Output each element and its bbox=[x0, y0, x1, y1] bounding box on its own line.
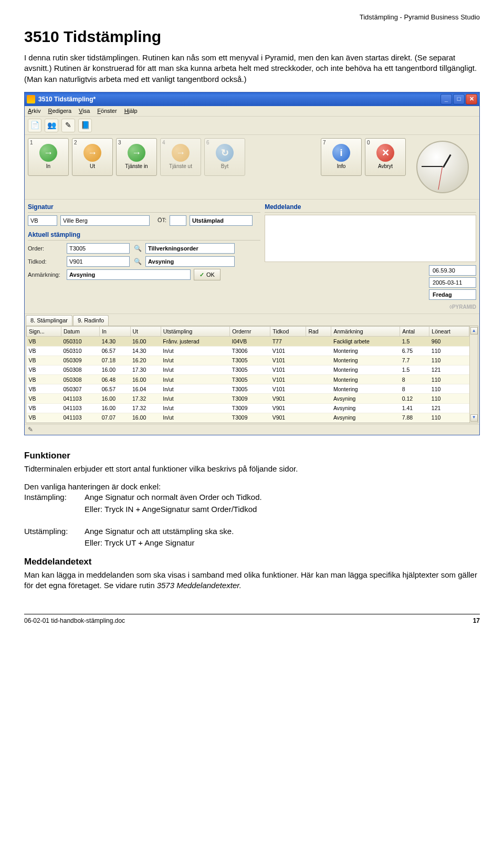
page-number: 17 bbox=[473, 616, 480, 625]
clock bbox=[409, 138, 476, 196]
app-icon bbox=[27, 95, 35, 103]
close-button[interactable]: ✕ bbox=[466, 94, 477, 104]
toolbar-edit-icon[interactable]: ✎ bbox=[61, 119, 75, 132]
table-row[interactable]: VB04110316.0017.32In/utT3009V901Avsyning… bbox=[27, 394, 469, 403]
functions-paragraph: Tidterminalen erbjuder ett stort antal f… bbox=[24, 464, 480, 474]
toolbar-user-icon[interactable]: 👥 bbox=[45, 119, 58, 132]
instamp-label: Instämpling: bbox=[24, 492, 85, 503]
byt-button[interactable]: ↻ Byt bbox=[204, 138, 245, 176]
instamp-text2: Eller: Tryck IN + AngeSignatur samt Orde… bbox=[85, 504, 257, 515]
toolbar-book-icon[interactable]: 📘 bbox=[78, 119, 92, 132]
tidkod-desc bbox=[145, 256, 235, 267]
menu-arkiv[interactable]: Arkiv bbox=[28, 107, 40, 115]
table-row[interactable]: VB04110316.0017.32In/utT3009V901Avsyning… bbox=[27, 403, 469, 413]
table-row[interactable]: VB05030806.4816.00In/utT3005V101Monterin… bbox=[27, 375, 469, 384]
table-row[interactable]: VB05030706.5716.04In/utT3005V101Monterin… bbox=[27, 384, 469, 394]
menu-fonster[interactable]: Fönster bbox=[97, 107, 117, 115]
utstamp-text2: Eller: Tryck UT + Ange Signatur bbox=[85, 538, 194, 548]
menu-visa[interactable]: Visa bbox=[79, 107, 90, 115]
grid-col-header[interactable]: Utstämpling bbox=[161, 327, 229, 337]
scroll-up-icon[interactable]: ▲ bbox=[470, 327, 478, 335]
grid-col-header[interactable]: Antal bbox=[400, 327, 429, 337]
meddelande-heading: Meddelande bbox=[265, 203, 476, 213]
intro-paragraph: I denna rutin sker tidstämplingen. Rutin… bbox=[24, 53, 480, 85]
status-bar: ✎ bbox=[25, 424, 479, 435]
minimize-button[interactable]: _ bbox=[440, 94, 452, 104]
tjanste-in-icon: → bbox=[128, 144, 145, 162]
signature-code-input[interactable] bbox=[28, 215, 57, 226]
grid-col-header[interactable]: Ordernr bbox=[230, 327, 270, 337]
grid-col-header[interactable]: Tidkod bbox=[270, 327, 306, 337]
table-row[interactable]: VB05030816.0017.30In/utT3005V101Monterin… bbox=[27, 365, 469, 374]
search-icon[interactable]: 🔍 bbox=[133, 257, 142, 266]
ok-button[interactable]: ✓OK bbox=[194, 269, 220, 280]
tjanste-in-button[interactable]: → Tjänste in bbox=[116, 138, 157, 176]
order-label: Order: bbox=[28, 245, 64, 253]
title-bar: 3510 Tidstämpling* _ □ ✕ bbox=[25, 92, 479, 106]
signatur-heading: Signatur bbox=[28, 203, 260, 213]
menu-bar: Arkiv Redigera Visa Fönster Hjälp bbox=[25, 106, 479, 117]
app-window: 3510 Tidstämpling* _ □ ✕ Arkiv Redigera … bbox=[24, 92, 480, 435]
close-icon: ✕ bbox=[376, 144, 394, 162]
time-display: 06.59.30 bbox=[429, 265, 476, 276]
toolbar-doc-icon[interactable]: 📄 bbox=[28, 119, 41, 132]
info-icon: i bbox=[332, 144, 350, 162]
brand-logo: ◊PYRAMID bbox=[449, 304, 476, 311]
grid-col-header[interactable]: Sign... bbox=[27, 327, 61, 337]
table-row[interactable]: VB05031014.3016.00Frånv. justeradI04VBT7… bbox=[27, 337, 469, 346]
utstamp-label: Utstämpling: bbox=[24, 526, 85, 537]
order-input[interactable] bbox=[67, 243, 130, 254]
grid-col-header[interactable]: Datum bbox=[61, 327, 99, 337]
table-row[interactable]: VB05030907.1816.20In/utT3005V101Monterin… bbox=[27, 356, 469, 365]
ot-input[interactable] bbox=[170, 215, 186, 226]
scrollbar[interactable]: ▲ ▼ bbox=[469, 326, 478, 423]
search-icon[interactable]: 🔍 bbox=[133, 244, 142, 253]
grid-col-header[interactable]: Löneart bbox=[429, 327, 469, 337]
aktuell-heading: Aktuell stämpling bbox=[28, 231, 260, 241]
tidkod-input[interactable] bbox=[67, 256, 130, 267]
easy-heading: Den vanliga hanteringen är dock enkel: bbox=[24, 482, 480, 492]
status-field bbox=[190, 215, 253, 226]
table-row[interactable]: VB05031006.5714.30In/utT3006V101Monterin… bbox=[27, 346, 469, 356]
maximize-button[interactable]: □ bbox=[453, 94, 465, 104]
anm-input[interactable] bbox=[67, 269, 191, 280]
menu-redigera[interactable]: Redigera bbox=[48, 107, 71, 115]
tabs-row: 8. Stämplingar 9. Radinfo bbox=[25, 314, 479, 326]
avbryt-button[interactable]: ✕ Avbryt bbox=[365, 138, 406, 176]
signature-name-input[interactable] bbox=[60, 215, 150, 226]
date-display: 2005-03-11 bbox=[429, 277, 476, 288]
utstamp-text: Ange Signatur och att utstämpling ska sk… bbox=[85, 526, 234, 537]
grid-col-header[interactable]: Anmärkning bbox=[331, 327, 400, 337]
byt-icon: ↻ bbox=[216, 144, 234, 162]
instamp-text: Ange Signatur och normalt även Order och… bbox=[85, 492, 262, 503]
meddelandetext-heading: Meddelandetext bbox=[24, 556, 480, 568]
ut-button[interactable]: → Ut bbox=[72, 138, 113, 176]
functions-heading: Funktioner bbox=[24, 450, 480, 462]
day-display: Fredag bbox=[429, 289, 476, 300]
grid-col-header[interactable]: Rad bbox=[306, 327, 331, 337]
table-row[interactable]: VB04110307.0716.00In/utT3009V901Avsyning… bbox=[27, 413, 469, 422]
doc-header: Tidstämpling - Pyramid Business Studio bbox=[24, 13, 480, 22]
meddelandetext-paragraph: Man kan lägga in meddelanden som ska vis… bbox=[24, 570, 480, 591]
ut-icon: → bbox=[83, 144, 101, 162]
check-icon: ✓ bbox=[200, 271, 204, 278]
menu-hjalp[interactable]: Hjälp bbox=[124, 107, 138, 115]
action-row: 1 → In 2 → Ut 3 → Tjänste in 4 → Tjänste… bbox=[25, 135, 479, 200]
message-area bbox=[265, 215, 476, 262]
footer-filename: 06-02-01 tid-handbok-stämpling.doc bbox=[24, 616, 125, 625]
order-desc bbox=[145, 243, 235, 254]
grid-col-header[interactable]: In bbox=[100, 327, 130, 337]
in-icon: → bbox=[39, 144, 57, 162]
tjanste-ut-icon: → bbox=[172, 144, 190, 162]
tjanste-ut-button[interactable]: → Tjänste ut bbox=[160, 138, 201, 176]
toolbar: 📄 👥 ✎ 📘 bbox=[25, 117, 479, 135]
grid-col-header[interactable]: Ut bbox=[130, 327, 161, 337]
anm-label: Anmärkning: bbox=[28, 271, 64, 279]
tab-radinfo[interactable]: 9. Radinfo bbox=[73, 315, 109, 326]
scroll-down-icon[interactable]: ▼ bbox=[470, 414, 478, 422]
tab-stamplingar[interactable]: 8. Stämplingar bbox=[26, 315, 72, 326]
page-title: 3510 Tidstämpling bbox=[24, 26, 480, 48]
window-title: 3510 Tidstämpling* bbox=[38, 95, 96, 103]
in-button[interactable]: → In bbox=[28, 138, 69, 176]
info-button[interactable]: i Info bbox=[321, 138, 362, 176]
